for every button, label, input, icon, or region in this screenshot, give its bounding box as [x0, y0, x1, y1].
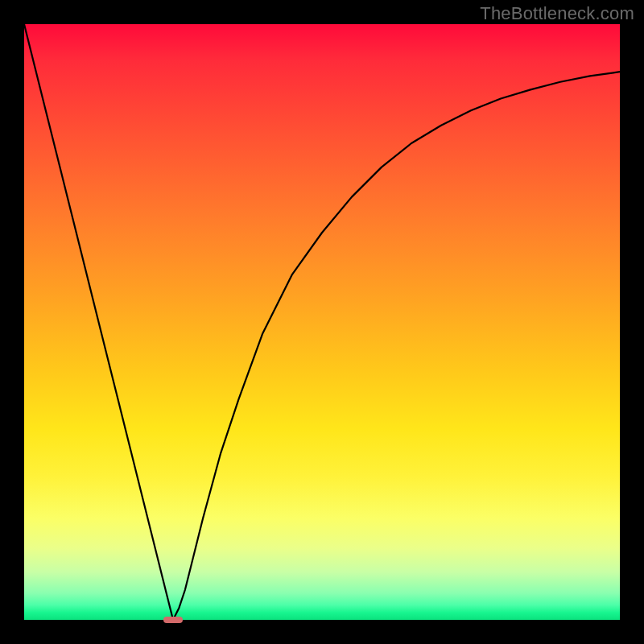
chart-frame: TheBottleneck.com: [0, 0, 644, 644]
curve-svg: [24, 24, 620, 620]
watermark-text: TheBottleneck.com: [480, 3, 634, 24]
plot-area: [24, 24, 620, 620]
bottleneck-curve: [24, 24, 620, 620]
optimum-marker: [163, 617, 183, 624]
